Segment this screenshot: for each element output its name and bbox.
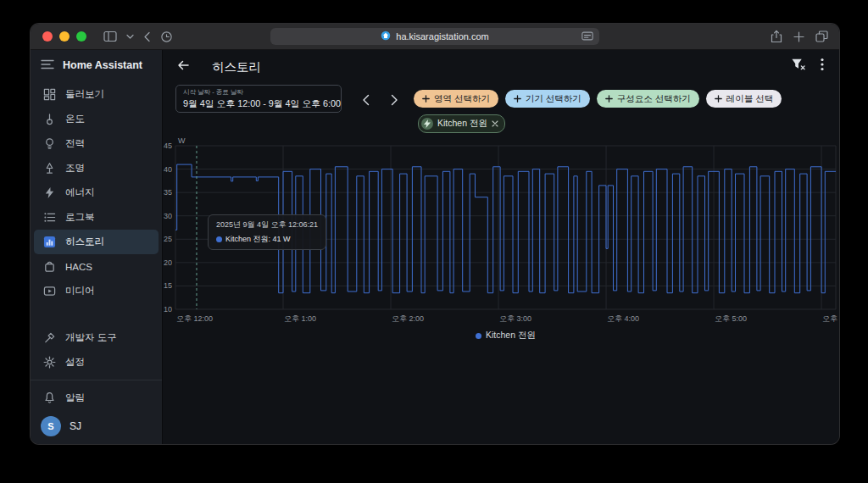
sidebar-item-notifications[interactable]: 알림 bbox=[34, 386, 159, 410]
select-entity-chip[interactable]: 구성요소 선택하기 bbox=[597, 90, 699, 108]
sidebar-item-label: 설정 bbox=[65, 356, 85, 369]
history-panel: 히스토리 시작 날짜 - 종료 날짜 9월 4일 오후 12:00 - 9월 4… bbox=[163, 50, 839, 444]
svg-text:오후 3:00: 오후 3:00 bbox=[499, 314, 531, 323]
new-tab-icon[interactable] bbox=[793, 31, 804, 42]
lightning-icon bbox=[421, 118, 433, 130]
svg-text:30: 30 bbox=[164, 212, 172, 220]
url-text: ha.kisaragistation.com bbox=[396, 31, 488, 42]
svg-text:오후 1:00: 오후 1:00 bbox=[284, 314, 316, 323]
user-profile[interactable]: S SJ bbox=[31, 410, 162, 442]
sidebar-item-label: 둘러보기 bbox=[65, 88, 104, 101]
app-title: Home Assistant bbox=[63, 59, 142, 71]
back-button[interactable] bbox=[176, 58, 190, 75]
next-period-button[interactable] bbox=[385, 91, 403, 109]
sidebar-item-temperature[interactable]: 온도 bbox=[34, 107, 159, 131]
user-name: SJ bbox=[70, 420, 81, 432]
svg-text:오후 4:00: 오후 4:00 bbox=[607, 314, 639, 323]
date-range-value: 9월 4일 오후 12:00 - 9월 4일 오후 6:00 bbox=[183, 98, 334, 110]
select-area-chip[interactable]: 영역 선택하기 bbox=[414, 90, 498, 108]
sidebar: Home Assistant 둘러보기 온도 전력 조명 bbox=[31, 50, 163, 444]
sidebar-item-label: 온도 bbox=[65, 113, 85, 125]
browser-toolbar: ha.kisaragistation.com bbox=[31, 24, 839, 50]
select-label-chip[interactable]: 레이블 선택 bbox=[706, 90, 782, 108]
legend-label: Kitchen 전원 bbox=[486, 330, 536, 341]
svg-text:35: 35 bbox=[164, 188, 172, 197]
reader-mode-icon[interactable] bbox=[581, 31, 593, 42]
series-dot bbox=[216, 236, 222, 242]
sidebar-item-label: HACS bbox=[65, 262, 92, 272]
gear-icon bbox=[42, 355, 57, 369]
lightning-icon bbox=[42, 186, 57, 200]
sidebar-item-hacs[interactable]: HACS bbox=[34, 254, 159, 279]
chip-label: 기기 선택하기 bbox=[526, 93, 581, 105]
svg-text:40: 40 bbox=[164, 165, 172, 174]
chevron-down-icon[interactable] bbox=[126, 34, 134, 40]
svg-text:오후 5:00: 오후 5:00 bbox=[715, 314, 747, 323]
minimize-window-button[interactable] bbox=[59, 31, 70, 42]
filter-remove-icon[interactable] bbox=[791, 58, 805, 75]
previous-period-button[interactable] bbox=[356, 91, 375, 109]
remove-icon[interactable] bbox=[492, 119, 498, 129]
sidebar-item-developer-tools[interactable]: 개발자 도구 bbox=[34, 325, 159, 350]
sidebar-item-overview[interactable]: 둘러보기 bbox=[34, 82, 159, 107]
selected-entity-chip[interactable]: Kitchen 전원 bbox=[418, 114, 505, 133]
tooltip-time: 2025년 9월 4일 오후 12:06:21 bbox=[216, 219, 318, 230]
store-bag-icon bbox=[42, 259, 57, 274]
tooltip-value: Kitchen 전원: 41 W bbox=[225, 234, 291, 245]
sidebar-item-logbook[interactable]: 로그북 bbox=[34, 205, 159, 230]
site-favicon bbox=[381, 31, 391, 42]
close-window-button[interactable] bbox=[42, 31, 53, 42]
sidebar-item-history[interactable]: 히스토리 bbox=[34, 230, 159, 254]
lightbulb-icon bbox=[42, 136, 57, 151]
chip-label: 영역 선택하기 bbox=[434, 93, 490, 105]
sidebar-item-power[interactable]: 전력 bbox=[34, 131, 159, 156]
sidebar-item-media[interactable]: 미디어 bbox=[34, 279, 159, 303]
plus-icon bbox=[715, 95, 722, 103]
sidebar-item-lighting[interactable]: 조명 bbox=[34, 156, 159, 180]
lamp-icon bbox=[42, 161, 57, 175]
chip-label: 레이블 선택 bbox=[726, 93, 773, 105]
sidebar-item-settings[interactable]: 설정 bbox=[34, 350, 159, 375]
menu-icon[interactable] bbox=[41, 59, 54, 72]
sidebar-item-label: 알림 bbox=[65, 391, 85, 404]
chart-tooltip: 2025년 9월 4일 오후 12:06:21 Kitchen 전원: 41 W bbox=[208, 214, 326, 250]
svg-text:오후 2:00: 오후 2:00 bbox=[392, 314, 424, 323]
bell-icon bbox=[42, 391, 57, 405]
sidebar-item-label: 개발자 도구 bbox=[65, 331, 117, 344]
entity-chip-label: Kitchen 전원 bbox=[437, 118, 487, 130]
svg-text:W: W bbox=[178, 138, 186, 145]
svg-text:오후 6:00: 오후 6:00 bbox=[822, 314, 839, 323]
svg-text:25: 25 bbox=[164, 235, 172, 243]
list-icon bbox=[42, 210, 57, 225]
history-clock-icon[interactable] bbox=[160, 31, 173, 43]
chip-label: 구성요소 선택하기 bbox=[617, 93, 691, 105]
svg-text:10: 10 bbox=[164, 305, 172, 314]
sidebar-item-label: 전력 bbox=[65, 137, 85, 150]
sidebar-toggle-icon[interactable] bbox=[103, 31, 117, 42]
share-icon[interactable] bbox=[771, 30, 782, 43]
svg-text:45: 45 bbox=[164, 142, 172, 150]
chart-legend[interactable]: Kitchen 전원 bbox=[175, 330, 836, 341]
back-icon[interactable] bbox=[143, 31, 151, 42]
chart-box-icon bbox=[42, 235, 57, 249]
svg-text:오후 12:00: 오후 12:00 bbox=[176, 314, 213, 323]
address-bar[interactable]: ha.kisaragistation.com bbox=[270, 28, 599, 45]
sidebar-item-label: 에너지 bbox=[65, 186, 95, 199]
dashboard-icon bbox=[42, 87, 57, 102]
tab-overview-icon[interactable] bbox=[815, 31, 828, 42]
sidebar-divider bbox=[31, 380, 162, 380]
overflow-menu-icon[interactable] bbox=[821, 58, 824, 75]
sidebar-item-energy[interactable]: 에너지 bbox=[34, 180, 159, 205]
hammer-icon bbox=[42, 330, 57, 345]
date-range-picker[interactable]: 시작 날짜 - 종료 날짜 9월 4일 오후 12:00 - 9월 4일 오후 … bbox=[175, 85, 342, 113]
sidebar-item-label: 조명 bbox=[65, 162, 85, 175]
thermometer-icon bbox=[42, 112, 57, 126]
play-box-icon bbox=[42, 284, 57, 298]
zoom-window-button[interactable] bbox=[76, 31, 86, 42]
select-device-chip[interactable]: 기기 선택하기 bbox=[505, 90, 590, 108]
plus-icon bbox=[605, 95, 613, 103]
sidebar-item-label: 로그북 bbox=[65, 211, 95, 224]
browser-window: ha.kisaragistation.com Home Assistant 둘러… bbox=[31, 24, 839, 444]
svg-text:20: 20 bbox=[164, 258, 172, 267]
legend-dot bbox=[476, 333, 481, 339]
